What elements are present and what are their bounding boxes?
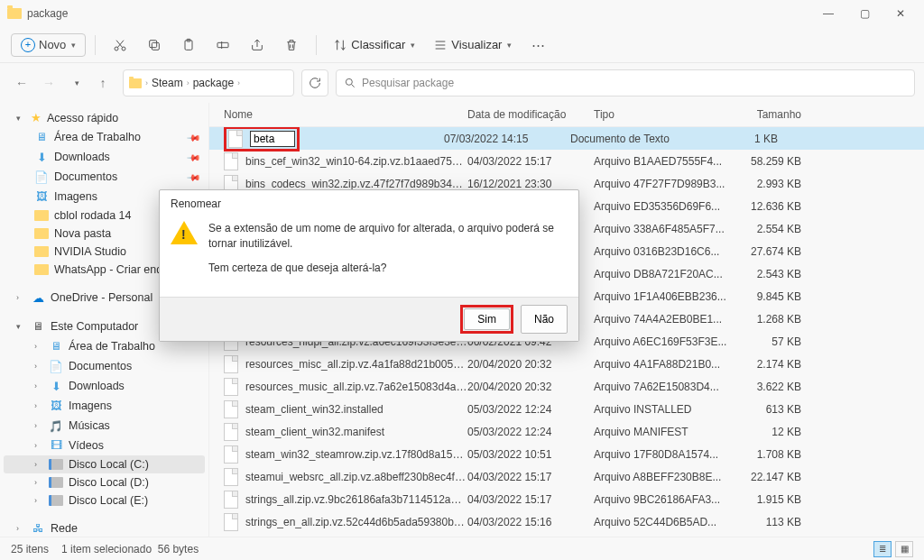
pin-icon: 📌 [187, 170, 201, 184]
col-size[interactable]: Tamanho [729, 108, 801, 121]
sidebar-disk-d[interactable]: ›Disco Local (D:) [4, 473, 205, 491]
new-button[interactable]: + Novo ▾ [11, 33, 86, 57]
file-type: Arquivo 74A4A2EB0BE1... [594, 313, 729, 326]
sidebar-pc-documents[interactable]: ›📄Documentos [4, 356, 205, 376]
search-input[interactable]: Pesquisar package [336, 69, 915, 96]
paste-button[interactable] [173, 32, 204, 59]
col-name[interactable]: Nome [224, 108, 467, 121]
sort-button[interactable]: Classificar ▾ [326, 34, 422, 56]
file-icon [224, 378, 238, 396]
folder-icon [34, 246, 49, 257]
chevron-down-icon: ▾ [411, 41, 415, 50]
file-row[interactable]: steam_win32_steamrow.zip.vz.17f80d8a1574… [209, 443, 924, 465]
sidebar-disk-c[interactable]: ›Disco Local (C:) [4, 455, 205, 473]
file-icon [224, 513, 238, 531]
more-button[interactable]: ⋯ [522, 32, 553, 59]
file-size: 1.708 KB [729, 448, 801, 461]
sidebar-network[interactable]: ›🖧Rede [4, 519, 205, 537]
file-name: steam_client_win32.manifest [245, 426, 467, 438]
window-title: package [27, 7, 68, 20]
refresh-button[interactable] [301, 69, 328, 96]
file-type: Arquivo 47F27F7D989B3... [594, 178, 729, 190]
col-type[interactable]: Tipo [594, 108, 729, 121]
sidebar-pc-music[interactable]: ›🎵Músicas [4, 416, 205, 436]
file-icon [224, 400, 238, 418]
sidebar-disk-e[interactable]: ›Disco Local (E:) [4, 491, 205, 510]
file-date: 05/03/2022 12:24 [467, 403, 594, 416]
recent-button[interactable]: ▾ [63, 70, 88, 96]
search-placeholder: Pesquisar package [362, 77, 454, 89]
file-type: Arquivo INSTALLED [594, 403, 729, 416]
file-name: strings_all.zip.vz.9bc26186afa3b7114512a… [245, 493, 467, 506]
share-button[interactable] [242, 32, 273, 59]
crumb-parent[interactable]: Steam [152, 77, 183, 89]
up-button[interactable]: ↑ [90, 70, 116, 96]
file-type: Arquivo A6EC169F53F3E... [594, 335, 729, 348]
file-row[interactable]: resources_music_all.zip.vz.7a62e15083d4a… [209, 375, 924, 398]
statusbar: 25 itens 1 item selecionado 56 bytes ≣ ▦ [0, 537, 924, 560]
sidebar-quick-access[interactable]: ▾★Acesso rápido [4, 108, 205, 127]
file-icon [224, 468, 238, 486]
file-date: 16/12/2021 23:30 [467, 178, 594, 190]
plus-icon: + [21, 38, 35, 52]
yes-button[interactable]: Sim [464, 308, 510, 330]
file-row[interactable]: 07/03/2022 14:15Documento de Texto1 KB [209, 127, 924, 150]
file-type: Arquivo 9BC26186AFA3... [594, 493, 729, 506]
close-button[interactable]: ✕ [884, 1, 917, 26]
view-button[interactable]: Visualizar ▾ [426, 34, 519, 56]
file-row[interactable]: strings_en_all.zip.vz.52c44d6b5ada59380b… [209, 510, 924, 533]
file-icon [224, 355, 238, 373]
details-view-icon[interactable]: ≣ [873, 541, 892, 557]
crumb-current[interactable]: package [193, 77, 234, 89]
no-button[interactable]: Não [521, 305, 568, 334]
file-name: steam_win32_steamrow.zip.vz.17f80d8a1574… [245, 448, 467, 461]
dialog-message-1: Se a extensão de um nome de arquivo for … [208, 221, 568, 252]
file-size: 12 KB [729, 426, 801, 438]
file-row[interactable]: strings_all.zip.vz.9bc26186afa3b7114512a… [209, 488, 924, 510]
disk-icon [49, 495, 63, 506]
file-date: 04/03/2022 15:17 [467, 155, 594, 168]
rename-button[interactable] [208, 32, 238, 59]
dialog-title: Renomear [160, 190, 578, 217]
file-size: 3.622 KB [729, 381, 801, 393]
delete-button[interactable] [276, 32, 307, 59]
col-date[interactable]: Data de modificação [467, 108, 594, 121]
sidebar-pc-videos[interactable]: ›🎞Vídeos [4, 436, 205, 455]
folder-icon [34, 264, 49, 275]
file-size: 2.174 KB [729, 358, 801, 371]
toolbar: + Novo ▾ Classificar ▾ Visualizar ▾ ⋯ [0, 27, 924, 63]
warning-icon [171, 221, 198, 248]
back-button[interactable]: ← [9, 70, 34, 96]
breadcrumb[interactable]: › Steam › package › [123, 69, 294, 96]
file-date: 05/03/2022 10:51 [467, 448, 594, 461]
maximize-button[interactable]: ▢ [848, 1, 881, 26]
file-row[interactable]: steam_client_win32.manifest05/03/2022 12… [209, 420, 924, 443]
sidebar-downloads[interactable]: ⬇Downloads📌 [4, 147, 205, 167]
file-row[interactable]: steamui_websrc_all.zip.vz.a8beff230b8ec4… [209, 465, 924, 488]
cut-button[interactable] [105, 32, 135, 59]
chevron-down-icon: ▾ [71, 41, 76, 50]
rename-input[interactable] [250, 131, 295, 147]
file-size: 2.993 KB [729, 178, 801, 190]
pin-icon: 📌 [187, 130, 201, 144]
minimize-button[interactable]: ― [812, 1, 845, 26]
file-name: bins_cef_win32_win10-64.zip.vz.b1aaed755… [245, 155, 467, 168]
disk-icon [49, 459, 63, 470]
thumb-view-icon[interactable]: ▦ [895, 541, 913, 557]
sidebar-pc-downloads[interactable]: ›⬇Downloads [4, 376, 205, 396]
sidebar-desktop[interactable]: 🖥Área de Trabalho📌 [4, 127, 205, 147]
file-name: steamui_websrc_all.zip.vz.a8beff230b8ec4… [245, 471, 467, 483]
sidebar-pc-images[interactable]: ›🖼Imagens [4, 396, 205, 416]
disk-icon [49, 477, 63, 488]
copy-button[interactable] [139, 32, 170, 59]
file-icon [224, 423, 238, 441]
file-date: 04/03/2022 15:17 [467, 471, 594, 483]
file-date: 20/04/2020 20:32 [467, 358, 594, 371]
sidebar-documents[interactable]: 📄Documentos📌 [4, 167, 205, 187]
file-row[interactable]: resources_misc_all.zip.vz.4a1fa88d21b005… [209, 353, 924, 375]
file-row[interactable]: bins_cef_win32_win10-64.zip.vz.b1aaed755… [209, 150, 924, 172]
file-type: Arquivo B1AAED7555F4... [594, 155, 729, 168]
forward-button[interactable]: → [36, 70, 61, 96]
svg-rect-3 [150, 40, 157, 47]
file-row[interactable]: steam_client_win32.installed05/03/2022 1… [209, 398, 924, 420]
